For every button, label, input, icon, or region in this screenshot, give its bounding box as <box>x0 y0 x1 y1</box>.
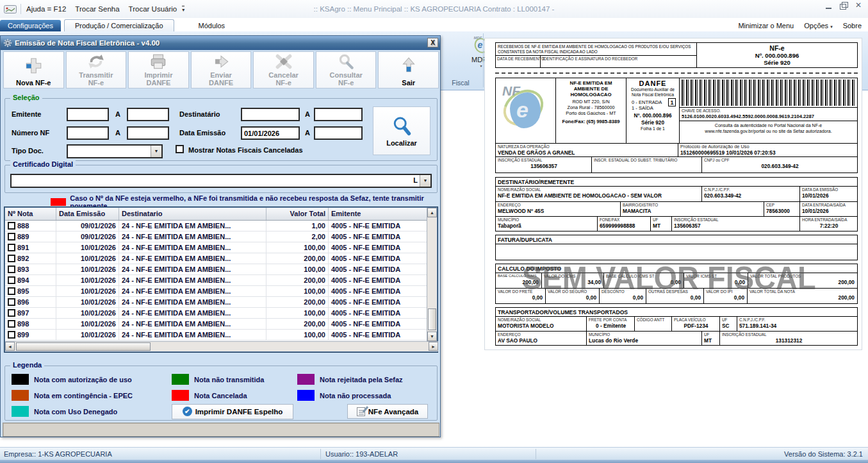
vertical-scroll-thumb[interactable] <box>428 308 436 330</box>
destinatario-row3: MUNICÍPIO Tabaporã FONE/FAX 659999998888… <box>495 216 858 232</box>
scroll-up-icon[interactable]: ▲ <box>427 208 437 217</box>
table-row[interactable]: 895 10/01/2026 24 - NF-E EMITIDA EM AMBI… <box>5 286 437 297</box>
dialog-close-button[interactable]: X <box>427 38 438 47</box>
emitente-de-input[interactable] <box>67 108 109 121</box>
table-row[interactable]: 892 10/01/2026 24 - NF-E EMITIDA EM AMBI… <box>5 253 437 264</box>
emitente-box: NF-E EMITIDA EM AMBIENTE DE HOMOLOGACAO … <box>556 78 626 143</box>
scroll-left-icon[interactable]: ◄ <box>5 342 15 351</box>
nfe-avancada-button[interactable]: NFe Avançada <box>347 404 428 419</box>
tab-configuracoes[interactable]: Configurações <box>0 20 61 31</box>
cancelar-nfe-button[interactable]: CancelarNF-e <box>253 51 314 88</box>
tab-producao-comercializacao[interactable]: Produção / Comercialização <box>64 19 174 31</box>
tipo-nf-box: 1 <box>668 98 676 106</box>
legend-item: Nota não processada <box>297 390 433 401</box>
legend-color-swatch <box>172 374 189 385</box>
menu-item-trocar-senha[interactable]: Trocar Senha <box>75 5 119 13</box>
tipo-doc-select[interactable]: ▼ <box>67 144 163 158</box>
col-numero-nota[interactable]: Nº Nota <box>5 208 56 220</box>
table-body: 888 09/01/2026 24 - NF-E EMITIDA EM AMBI… <box>5 221 437 341</box>
numero-nf-label: Número NF <box>12 129 49 137</box>
table-row[interactable]: 894 10/01/2026 24 - NF-E EMITIDA EM AMBI… <box>5 275 437 286</box>
barcode <box>682 80 855 106</box>
chevron-down-icon: ▾ <box>830 24 833 29</box>
link-minimizar-menu[interactable]: Minimizar o Menu <box>738 22 794 29</box>
dialog-titlebar[interactable]: Emissão de Nota Fiscal Eletrônica - v4.0… <box>1 36 440 50</box>
row-checkbox[interactable] <box>8 320 15 328</box>
scroll-right-icon[interactable]: ► <box>429 342 438 351</box>
transportador-row2: ENDEREÇO AV SAO PAULO MUNICÍPIO Lucas do… <box>495 331 858 346</box>
col-destinatario[interactable]: Destinatario <box>119 208 266 220</box>
destinatario-ate-input[interactable] <box>314 108 363 121</box>
selecao-group: Seleção Emitente A Destinatário A Número… <box>4 98 438 161</box>
row-checkbox[interactable] <box>8 222 15 230</box>
col-emitente[interactable]: Emitente <box>329 208 437 220</box>
data-emissao-de-input[interactable] <box>241 126 300 140</box>
table-row[interactable]: 888 09/01/2026 24 - NF-E EMITIDA EM AMBI… <box>5 221 437 232</box>
vertical-scrollbar[interactable]: ▲ ▼ <box>427 208 437 341</box>
table-row[interactable]: 889 09/01/2026 24 - NF-E EMITIDA EM AMBI… <box>5 232 437 242</box>
chevron-down-icon[interactable]: ▼ <box>420 175 430 187</box>
legend-item: Nota com autorização de uso <box>12 374 172 385</box>
row-checkbox[interactable] <box>8 244 15 251</box>
check-icon: ✔ <box>183 407 192 416</box>
certificado-value: L <box>413 176 418 184</box>
col-valor-total[interactable]: Valor Total <box>266 208 329 220</box>
col-data-emissao[interactable]: Data Emissão <box>56 208 119 220</box>
close-button[interactable]: ✕ <box>854 2 863 10</box>
data-emissao-ate-input[interactable] <box>314 126 363 140</box>
row-checkbox[interactable] <box>8 265 15 273</box>
gear-icon <box>3 38 12 47</box>
cut-line <box>495 72 858 74</box>
certificado-select[interactable]: L ▼ <box>10 174 432 188</box>
row-checkbox[interactable] <box>8 287 15 295</box>
menu-item-ajuda[interactable]: Ajuda = F12 <box>26 5 66 13</box>
imprimir-danfe-button[interactable]: ImprimirDANFE <box>128 51 189 88</box>
legend-color-swatch <box>172 390 189 401</box>
chevron-down-icon[interactable]: ▼ <box>151 146 161 157</box>
row-checkbox[interactable] <box>8 309 15 317</box>
transmitir-nfe-button[interactable]: TransmitirNF-e <box>66 51 127 88</box>
numero-nf-ate-input[interactable] <box>127 126 169 140</box>
table-row[interactable]: 893 10/01/2026 24 - NF-E EMITIDA EM AMBI… <box>5 264 437 275</box>
horizontal-scrollbar[interactable]: ◄ ► <box>5 341 438 351</box>
row-checkbox[interactable] <box>8 233 15 240</box>
menu-item-trocar-usuario[interactable]: Trocar Usuário <box>129 5 177 13</box>
mostrar-canceladas-checkbox[interactable] <box>176 145 184 153</box>
table-row[interactable]: 899 10/01/2026 24 - NF-E EMITIDA EM AMBI… <box>5 330 437 341</box>
row-checkbox[interactable] <box>8 298 15 306</box>
restore-button[interactable] <box>839 2 848 10</box>
horizontal-scroll-thumb[interactable] <box>16 342 151 351</box>
watermark-sem-valor-fiscal: SEM VALOR FISCAL <box>522 259 816 297</box>
table-row[interactable]: 897 10/01/2026 24 - NF-E EMITIDA EM AMBI… <box>5 308 437 319</box>
imprimir-danfe-espelho-button[interactable]: ✔ Imprimir DANFE Espelho <box>172 404 293 419</box>
table-row[interactable]: 891 10/01/2026 24 - NF-E EMITIDA EM AMBI… <box>5 242 437 253</box>
tab-modulos[interactable]: Módulos <box>191 20 233 31</box>
row-checkbox[interactable] <box>8 276 15 284</box>
toolbar-options-icon[interactable]: ▾ <box>182 6 184 13</box>
legend-color-swatch <box>297 374 315 385</box>
nova-nfe-button[interactable]: Nova NF-e <box>3 51 64 88</box>
link-sobre[interactable]: Sobre <box>843 22 862 29</box>
bottom-strip <box>0 460 868 463</box>
localizar-button[interactable]: Localizar <box>373 106 430 155</box>
link-opcoes[interactable]: Opções▾ <box>804 22 832 29</box>
numero-nf-de-input[interactable] <box>67 126 109 140</box>
table-header: Nº Nota Data Emissão Destinatario Valor … <box>5 208 437 221</box>
table-row[interactable]: 896 10/01/2026 24 - NF-E EMITIDA EM AMBI… <box>5 297 437 308</box>
ribbon-group-fiscal: Fiscal <box>439 79 482 87</box>
sair-button[interactable]: Sair <box>378 51 439 88</box>
enviar-danfe-button[interactable]: EnviarDANFE <box>191 51 252 88</box>
row-checkbox[interactable] <box>8 255 15 262</box>
consultar-nfe-button[interactable]: ConsultarNF-e <box>316 51 377 88</box>
table-row[interactable]: 898 10/01/2026 24 - NF-E EMITIDA EM AMBI… <box>5 319 437 330</box>
destinatario-row1: NOME/RAZÃO SOCIAL NF-E EMITIDA EM AMBIEN… <box>495 186 858 202</box>
minimize-button[interactable] <box>824 2 833 10</box>
legenda-legend: Legenda <box>10 361 44 369</box>
row-checkbox[interactable] <box>8 331 15 339</box>
scroll-down-icon[interactable]: ▼ <box>427 332 437 341</box>
emitente-label: Emitente <box>12 110 41 118</box>
application-window: Ajuda = F12 Trocar Senha Trocar Usuário … <box>0 0 868 463</box>
tipo-doc-label: Tipo Doc. <box>12 147 44 155</box>
destinatario-de-input[interactable] <box>241 108 300 121</box>
emitente-ate-input[interactable] <box>127 108 169 121</box>
